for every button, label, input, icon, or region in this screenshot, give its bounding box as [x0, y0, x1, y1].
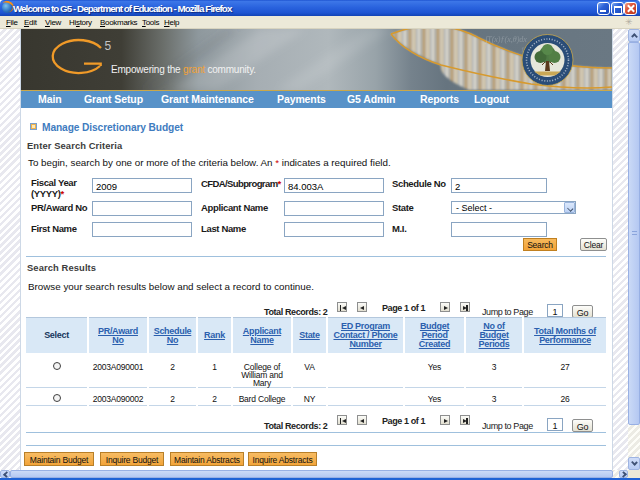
svg-text:Empowering the grant community: Empowering the grant community.: [111, 64, 256, 75]
svg-text:∫T(x)ƒ(x,θ)dx: ∫T(x)ƒ(x,θ)dx: [484, 35, 527, 44]
svg-text:5: 5: [105, 39, 112, 53]
